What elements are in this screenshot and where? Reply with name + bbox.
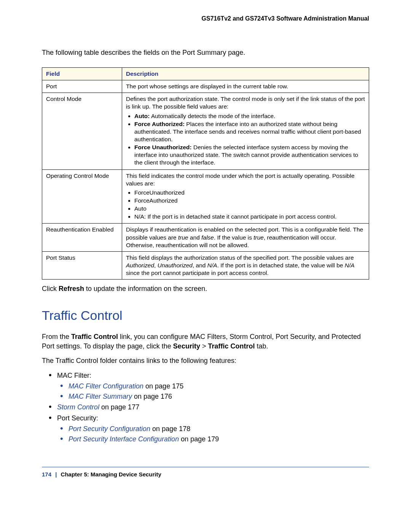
bold: Traffic Control — [208, 342, 255, 350]
table-row: Port The port whose settings are display… — [42, 80, 369, 93]
table-header-row: Field Description — [42, 68, 369, 80]
document-page: GS716Tv2 and GS724Tv3 Software Administr… — [0, 0, 411, 497]
sublist: Port Security Configuration on page 178 … — [57, 424, 369, 444]
chapter-label: Chapter 5: Managing Device Security — [61, 471, 161, 478]
link-port-security-config[interactable]: Port Security Configuration — [68, 425, 150, 433]
italic: N/A — [345, 262, 355, 268]
cell-field: Control Mode — [42, 93, 122, 169]
text: , — [154, 262, 158, 268]
list-item: MAC Filter Summary on page 176 — [68, 391, 369, 401]
italic: true — [178, 234, 188, 241]
body-paragraph: The Traffic Control folder contains link… — [42, 356, 369, 365]
separator: | — [55, 471, 57, 478]
text: tab. — [255, 342, 268, 350]
text: . If the value is — [214, 234, 253, 241]
bold: Refresh — [59, 285, 84, 292]
bold: Traffic Control — [71, 333, 118, 340]
link-mac-filter-config[interactable]: MAC Filter Configuration — [68, 382, 143, 390]
cell-desc: Displays if reauthentication is enabled … — [122, 224, 369, 251]
col-header-field: Field — [42, 68, 122, 80]
footer-rule — [42, 467, 369, 467]
text: , and — [193, 262, 207, 268]
desc-lead: Defines the port authorization state. Th… — [126, 96, 365, 110]
bullet-item: Force Unauthorized: Denies the selected … — [134, 144, 365, 166]
fields-table: Field Description Port The port whose se… — [42, 67, 369, 280]
bold: Force Unauthorized: — [134, 144, 192, 150]
bullet-item: ForceAuthorized — [134, 197, 365, 204]
page-ref: on page 177 — [99, 403, 139, 411]
italic: Unauthorized — [158, 262, 193, 268]
italic: false — [201, 234, 214, 241]
bold: Security — [173, 342, 200, 350]
document-header: GS716Tv2 and GS724Tv3 Software Administr… — [42, 15, 369, 22]
cell-field: Operating Control Mode — [42, 169, 122, 224]
cell-desc: Defines the port authorization state. Th… — [122, 93, 369, 169]
text: > — [200, 342, 208, 350]
cell-field: Port Status — [42, 251, 122, 279]
bold: Auto: — [134, 113, 150, 119]
cell-field: Reauthentication Enabled — [42, 224, 122, 251]
bullet-item: Auto — [134, 205, 365, 212]
text: From the — [42, 333, 71, 340]
link-port-security-interface-config[interactable]: Port Security Interface Configuration — [68, 435, 179, 443]
text: Click — [42, 285, 59, 292]
text: . If the port is in detached state, the … — [217, 262, 345, 268]
page-footer: 174 | Chapter 5: Managing Device Securit… — [42, 471, 369, 478]
bullet-item: Auto: Automatically detects the mode of … — [134, 112, 365, 120]
bullet-list: Auto: Automatically detects the mode of … — [126, 112, 365, 167]
italic: Authorized — [126, 262, 154, 268]
list-item: MAC Filter: MAC Filter Configuration on … — [57, 371, 369, 401]
text: and — [188, 234, 201, 241]
section-heading: Traffic Control — [42, 308, 369, 323]
page-ref: on page 176 — [132, 393, 172, 400]
page-ref: on page 179 — [179, 435, 219, 443]
bullet-item: N/A: If the port is in detached state it… — [134, 213, 365, 220]
feature-list: MAC Filter: MAC Filter Configuration on … — [42, 371, 369, 444]
page-ref: on page 178 — [150, 425, 190, 433]
table-row: Reauthentication Enabled Displays if rea… — [42, 224, 369, 251]
cell-field: Port — [42, 80, 122, 93]
bullet-item: Force Authorized: Places the interface i… — [134, 120, 365, 143]
link-storm-control[interactable]: Storm Control — [57, 403, 99, 411]
text: to update the information on the screen. — [84, 285, 207, 292]
body-paragraph: From the Traffic Control link, you can c… — [42, 332, 369, 351]
list-item: MAC Filter Configuration on page 175 — [68, 381, 369, 391]
page-number: 174 — [42, 471, 51, 478]
cell-desc: The port whose settings are displayed in… — [122, 80, 369, 93]
after-table-text: Click Refresh to update the information … — [42, 285, 369, 293]
bold: Force Authorized: — [134, 121, 185, 127]
desc-lead: This field indicates the control mode un… — [126, 173, 355, 187]
page-ref: on page 175 — [143, 382, 183, 390]
italic: true — [253, 234, 264, 241]
sublist: MAC Filter Configuration on page 175 MAC… — [57, 381, 369, 401]
text: MAC Filter: — [57, 372, 91, 379]
list-item: Port Security Interface Configuration on… — [68, 434, 369, 444]
text: Port Security: — [57, 414, 98, 422]
cell-desc: This field displays the authorization st… — [122, 251, 369, 279]
bullet-list: ForceUnauthorized ForceAuthorized Auto N… — [126, 189, 365, 221]
intro-text: The following table describes the fields… — [42, 49, 369, 57]
bullet-item: ForceUnauthorized — [134, 189, 365, 197]
text: This field displays the authorization st… — [126, 254, 354, 261]
link-mac-filter-summary[interactable]: MAC Filter Summary — [68, 393, 132, 400]
table-row: Operating Control Mode This field indica… — [42, 169, 369, 224]
table-row: Port Status This field displays the auth… — [42, 251, 369, 279]
list-item: Port Security Configuration on page 178 — [68, 424, 369, 434]
list-item: Storm Control on page 177 — [57, 402, 369, 412]
text: Automatically detects the mode of the in… — [150, 113, 275, 119]
italic: N/A — [207, 262, 217, 268]
cell-desc: This field indicates the control mode un… — [122, 169, 369, 224]
col-header-description: Description — [122, 68, 369, 80]
list-item: Port Security: Port Security Configurati… — [57, 413, 369, 444]
table-row: Control Mode Defines the port authorizat… — [42, 93, 369, 169]
text: since the port cannot participate in por… — [126, 270, 269, 276]
